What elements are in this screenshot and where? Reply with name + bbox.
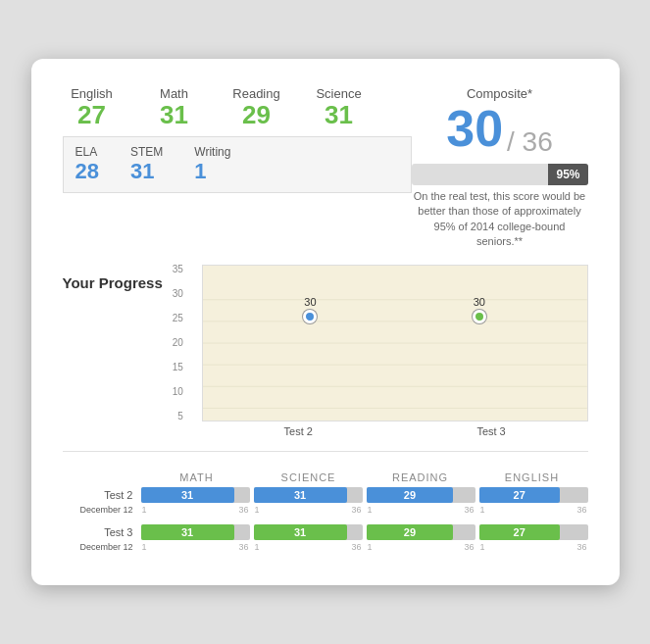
composite-score-display: 30 / 36 (412, 103, 588, 158)
bar-tick-cell: 1 36 (367, 505, 475, 515)
score-subjects: English 27Math 31Reading 29Science 31 EL… (63, 86, 412, 194)
bar-min: 1 (368, 542, 373, 552)
bar-min: 1 (480, 505, 485, 515)
bar-tick-row: December 12 1 36 1 36 1 36 1 36 (63, 505, 588, 515)
bar-row-label: Test 2 (63, 489, 141, 501)
bar-value: 31 (294, 489, 306, 501)
bar-track: 31 (254, 524, 363, 540)
y-label: 35 (173, 265, 183, 274)
bar-tick-minmax: 1 36 (479, 542, 588, 552)
bar-tick-minmax: 1 36 (254, 542, 363, 552)
bar-fill: 31 (141, 524, 234, 540)
y-label: 25 (173, 314, 183, 323)
bar-col-header: ENGLISH (476, 471, 588, 483)
bar-cell: 29 (367, 524, 475, 540)
x-label-test2: Test 2 (284, 425, 313, 437)
composite-box: Composite* 30 / 36 95% On the real test,… (412, 86, 588, 250)
dot-circle-test2 (303, 310, 317, 323)
subject-score-english: English 27 (63, 86, 122, 129)
data-point-test2: 30 (303, 296, 317, 323)
bar-max: 36 (464, 505, 474, 515)
bar-max: 36 (238, 542, 248, 552)
bar-track: 31 (141, 487, 250, 503)
bar-cell: 31 (141, 524, 250, 540)
bar-value: 31 (181, 489, 193, 501)
sub-label: STEM (130, 145, 163, 159)
bar-cell: 27 (479, 487, 588, 503)
sub-label: Writing (194, 145, 230, 159)
subject-value: 29 (227, 101, 286, 129)
y-label: 10 (173, 387, 183, 397)
bar-cell: 29 (367, 487, 475, 503)
bar-groups: Test 2 31 31 29 27 December 12 (63, 487, 588, 552)
bar-min: 1 (142, 505, 147, 515)
bar-fill: 27 (479, 487, 560, 503)
subject-label: Math (145, 86, 204, 101)
bar-min: 1 (255, 505, 260, 515)
bar-value: 31 (294, 526, 306, 538)
bar-tick-minmax: 1 36 (254, 505, 363, 515)
bar-row: Test 3 31 31 29 27 (63, 524, 588, 540)
bar-row-label: Test 3 (63, 526, 141, 538)
data-point-test3: 30 (473, 296, 486, 323)
bar-section: MATHSCIENCEREADINGENGLISH Test 2 31 31 2… (63, 471, 588, 552)
sub-score-ela: ELA 28 (75, 145, 99, 184)
bar-group: Test 2 31 31 29 27 December 12 (63, 487, 588, 515)
sub-value: 31 (130, 159, 163, 184)
bar-tick-cell: 1 36 (367, 542, 475, 552)
bar-tick-minmax: 1 36 (141, 505, 250, 515)
bar-date-label: December 12 (63, 542, 141, 552)
bar-col-headers: MATHSCIENCEREADINGENGLISH (141, 471, 588, 483)
dot-circle-test3 (473, 310, 486, 323)
bar-min: 1 (368, 505, 373, 515)
sub-value: 1 (194, 159, 230, 184)
sub-score-stem: STEM 31 (130, 145, 163, 184)
y-label: 30 (173, 289, 183, 299)
bar-min: 1 (255, 542, 260, 552)
bar-track: 27 (479, 524, 588, 540)
chart-grid: 30 30 (202, 265, 588, 421)
x-labels: Test 2 Test 3 (202, 425, 588, 437)
composite-title: Composite* (412, 86, 588, 101)
bar-row-bars: 31 31 29 27 (141, 487, 588, 503)
bar-fill: 29 (367, 487, 454, 503)
score-header: English 27Math 31Reading 29Science 31 EL… (63, 86, 588, 250)
bar-tick-cell: 1 36 (254, 542, 363, 552)
progress-section: Your Progress 3530252015105 (63, 265, 588, 437)
bar-max: 36 (576, 542, 586, 552)
sub-score-writing: Writing 1 (194, 145, 230, 184)
bar-track: 29 (367, 524, 475, 540)
y-label: 15 (173, 363, 183, 372)
subject-label: Reading (227, 86, 286, 101)
divider (63, 451, 588, 452)
bar-min: 1 (142, 542, 147, 552)
bar-fill: 31 (141, 487, 234, 503)
bar-tick-cell: 1 36 (141, 505, 250, 515)
bar-max: 36 (464, 542, 474, 552)
chart-area: 3530252015105 30 (171, 265, 588, 437)
grid-svg (203, 266, 587, 421)
bar-cell: 27 (479, 524, 588, 540)
sub-value: 28 (75, 159, 99, 184)
composite-description: On the real test, this score would be be… (412, 189, 588, 250)
bar-col-header: READING (365, 471, 476, 483)
bar-tick-row: December 12 1 36 1 36 1 36 1 36 (63, 542, 588, 552)
bar-cell: 31 (254, 524, 363, 540)
bar-col-header: SCIENCE (253, 471, 365, 483)
bar-fill: 27 (479, 524, 560, 540)
bar-value: 29 (404, 489, 416, 501)
dot-label-test2: 30 (303, 296, 317, 308)
bar-tick-bars: 1 36 1 36 1 36 1 36 (141, 542, 588, 552)
subject-value: 31 (310, 101, 369, 129)
sub-scores-row: ELA 28STEM 31Writing 1 (63, 136, 412, 193)
dot-label-test3: 30 (473, 296, 486, 308)
bar-tick-minmax: 1 36 (479, 505, 588, 515)
bar-row: Test 2 31 31 29 27 (63, 487, 588, 503)
subject-label: English (63, 86, 122, 101)
subject-score-reading: Reading 29 (227, 86, 286, 129)
y-label: 20 (173, 338, 183, 348)
bar-max: 36 (351, 505, 361, 515)
bar-max: 36 (351, 542, 361, 552)
bar-fill: 31 (254, 524, 347, 540)
bar-tick-cell: 1 36 (479, 542, 588, 552)
